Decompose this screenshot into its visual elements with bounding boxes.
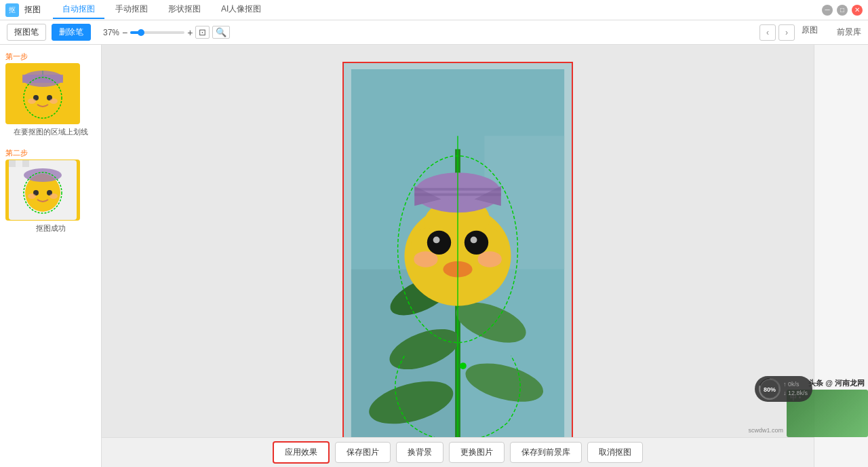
- bottom-action-bar: 应用效果 保存图片 换背景 更换图片 保存到前景库 取消抠图: [102, 437, 814, 467]
- save-image-button[interactable]: 保存图片: [335, 442, 391, 463]
- change-bg-button[interactable]: 换背景: [396, 442, 443, 463]
- zoom-control: 37% − + ⊡ 🔍: [103, 26, 230, 39]
- svg-point-49: [477, 251, 501, 267]
- maximize-button[interactable]: □: [837, 5, 848, 16]
- svg-point-7: [28, 98, 36, 104]
- zoom-value: 37%: [103, 28, 119, 37]
- nav-back-button[interactable]: ‹: [760, 24, 776, 41]
- step2-label: 第二步: [5, 148, 96, 158]
- zoom-minus-button[interactable]: −: [122, 27, 127, 38]
- tab-manual[interactable]: 手动抠图: [106, 1, 157, 19]
- titlebar: 抠 抠图 自动抠图 手动抠图 形状抠图 AI人像抠图 ─ □ ✕: [0, 0, 868, 20]
- zoom-plus-button[interactable]: +: [187, 27, 193, 38]
- step1-image: [9, 64, 77, 124]
- tab-shape[interactable]: 形状抠图: [159, 1, 210, 19]
- save-to-library-button[interactable]: 保存到前景库: [510, 442, 582, 463]
- step1-thumbnail: [5, 63, 80, 124]
- speed-circle: 80%: [759, 378, 781, 400]
- app-title: 抠图: [24, 4, 41, 16]
- svg-rect-39: [414, 188, 458, 191]
- svg-rect-12: [16, 160, 22, 167]
- tab-bar: 自动抠图 手动抠图 形状抠图 AI人像抠图: [53, 1, 271, 19]
- svg-point-44: [465, 231, 488, 255]
- draw-pen-button[interactable]: 抠图笔: [7, 24, 46, 41]
- search-icon[interactable]: 🔍: [212, 26, 230, 39]
- svg-rect-42: [458, 193, 501, 196]
- svg-text:80%: 80%: [764, 386, 776, 393]
- svg-point-18: [28, 193, 36, 199]
- svg-rect-11: [9, 160, 16, 167]
- step2-image: [9, 160, 77, 220]
- window-controls: ─ □ ✕: [822, 5, 863, 16]
- upload-speed: ↑ 0k/s: [783, 380, 808, 389]
- close-button[interactable]: ✕: [852, 5, 863, 16]
- svg-point-51: [460, 362, 467, 369]
- svg-point-15: [24, 168, 62, 182]
- step2-result: 抠图成功: [5, 223, 96, 234]
- step1-label: 第一步: [5, 52, 96, 62]
- original-label: 原图: [802, 24, 818, 41]
- svg-rect-41: [458, 188, 501, 191]
- svg-point-45: [433, 237, 440, 244]
- svg-point-43: [427, 231, 451, 255]
- step1-section: 第一步: [5, 52, 96, 137]
- canvas-wrapper: [342, 62, 573, 450]
- tab-auto[interactable]: 自动抠图: [53, 1, 104, 19]
- apply-effect-button[interactable]: 应用效果: [273, 441, 330, 464]
- svg-rect-4: [22, 75, 63, 83]
- app-icon: 抠: [5, 3, 19, 17]
- nav-arrows: ‹ › 原图: [760, 24, 818, 41]
- step2-thumbnail: [5, 160, 80, 221]
- download-speed: ↓ 12.8k/s: [783, 389, 808, 398]
- step2-section: 第二步: [5, 148, 96, 234]
- canvas-area[interactable]: 应用效果 保存图片 换背景 更换图片 保存到前景库 取消抠图: [102, 45, 814, 467]
- svg-rect-40: [414, 193, 458, 196]
- svg-point-19: [50, 193, 58, 199]
- watermark-brand: 头条 @ 河南龙网: [808, 378, 865, 388]
- replace-image-button[interactable]: 更换图片: [449, 442, 505, 463]
- zoom-slider[interactable]: [130, 31, 184, 34]
- main-canvas-svg: [349, 69, 566, 443]
- right-panel: 80% ↑ 0k/s ↓ 12.8k/s 中 • 头条 @ 河南龙网 scwdw…: [814, 45, 868, 467]
- svg-point-48: [414, 251, 437, 267]
- svg-rect-13: [22, 160, 29, 167]
- tab-ai[interactable]: AI人像抠图: [212, 1, 271, 19]
- nav-forward-button[interactable]: ›: [778, 24, 795, 41]
- erase-pen-button[interactable]: 删除笔: [52, 24, 91, 41]
- fit-icon[interactable]: ⊡: [195, 26, 210, 39]
- cancel-cutout-button[interactable]: 取消抠图: [587, 442, 643, 463]
- sidebar: 第一步: [0, 45, 102, 467]
- front-bg-label: 前景库: [837, 26, 861, 38]
- minimize-button[interactable]: ─: [822, 5, 833, 16]
- speed-values: ↑ 0k/s ↓ 12.8k/s: [783, 380, 808, 397]
- svg-point-46: [471, 237, 477, 244]
- speed-widget: 80% ↑ 0k/s ↓ 12.8k/s: [755, 376, 812, 402]
- svg-point-8: [50, 98, 58, 104]
- toolbar: 抠图笔 删除笔 37% − + ⊡ 🔍 ‹ › 原图 前景库: [0, 20, 868, 45]
- main-area: 第一步: [0, 45, 868, 467]
- step1-desc: 在要抠图的区域上划线: [5, 127, 96, 137]
